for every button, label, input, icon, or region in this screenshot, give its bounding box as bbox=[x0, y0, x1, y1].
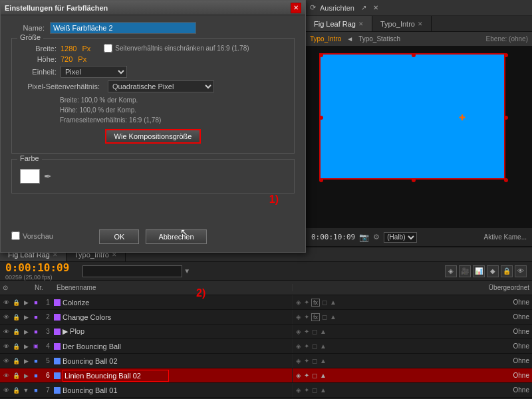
search-dropdown-icon[interactable]: ▼ bbox=[184, 267, 190, 275]
layer-left-4: 👁 🔒 ▶ ▣ 4 Der Bouncing Ball bbox=[0, 339, 293, 353]
star-icon[interactable]: ✦ bbox=[303, 372, 310, 379]
solo-icon[interactable]: ◈ bbox=[295, 328, 302, 335]
cancel-button[interactable]: Abbrechen bbox=[146, 229, 206, 244]
star-icon[interactable]: ✦ bbox=[303, 342, 310, 350]
motion-icon[interactable]: ◻ bbox=[311, 386, 318, 394]
eye-icon[interactable]: 👁 bbox=[1, 327, 11, 336]
adjust-icon[interactable]: ▲ bbox=[319, 342, 327, 350]
solo-icon[interactable]: ◈ bbox=[295, 372, 302, 379]
eye-icon[interactable]: 👁 bbox=[1, 386, 11, 395]
checkbox-seitenverhaeltnis[interactable]: Seitenverhältnis einschränken auf 16:9 (… bbox=[104, 44, 249, 53]
eye-icon[interactable]: 👁 bbox=[1, 313, 11, 322]
expand-icon[interactable]: ▶ bbox=[21, 342, 31, 351]
right-tab-typointro[interactable]: Typo_Intro ✕ bbox=[372, 16, 432, 31]
right-tab-typointro-close[interactable]: ✕ bbox=[418, 21, 423, 27]
star-icon[interactable]: ✦ bbox=[303, 328, 310, 335]
motion-icon[interactable]: ◻ bbox=[311, 342, 318, 350]
einheit-label: Einheit: bbox=[20, 68, 57, 76]
expand-icon[interactable]: ▶ bbox=[21, 371, 31, 380]
breite-px: Px bbox=[82, 45, 90, 53]
camera-icon[interactable]: 📷 bbox=[359, 233, 369, 242]
lock-icon[interactable]: 🔒 bbox=[11, 386, 21, 395]
motion-icon[interactable]: ◻ bbox=[311, 372, 318, 379]
seitenverhaeltnis-checkbox[interactable] bbox=[104, 44, 112, 53]
layer-left-2: 👁 🔒 ▶ ■ 2 Change Colors bbox=[0, 310, 293, 324]
adjust-icon[interactable]: ▲ bbox=[319, 372, 327, 379]
motion-icon[interactable]: ◻ bbox=[321, 313, 328, 321]
adjust-icon[interactable]: ▲ bbox=[319, 386, 327, 394]
fx-badge[interactable]: fx bbox=[311, 313, 320, 321]
sub-arrow-icon: ◄ bbox=[346, 35, 353, 43]
layer-right-icons: ◈ ✦ fx ◻ ▲ bbox=[295, 299, 337, 307]
motion-icon[interactable]: ◻ bbox=[311, 357, 318, 364]
eye-icon[interactable]: 👁 bbox=[1, 356, 11, 366]
solo-icon[interactable]: ◈ bbox=[295, 342, 302, 350]
einheit-select[interactable]: Pixel bbox=[61, 66, 127, 78]
adjust-icon[interactable]: ▲ bbox=[319, 357, 327, 364]
dialog-farbflaechen: Einstellungen für Farbflächen ✕ Name: Gr… bbox=[0, 0, 306, 253]
tl-icon-marker[interactable]: ◆ bbox=[487, 265, 499, 277]
solo-icon[interactable]: ◈ bbox=[295, 313, 302, 321]
star-icon[interactable]: ✦ bbox=[303, 357, 310, 364]
eyedropper-icon[interactable]: ✒ bbox=[44, 171, 52, 182]
solo-icon[interactable]: ◈ bbox=[295, 386, 302, 394]
motion-icon[interactable]: ◻ bbox=[311, 328, 318, 335]
lock-icon[interactable]: 🔒 bbox=[11, 327, 21, 336]
lock-icon[interactable]: 🔒 bbox=[11, 356, 21, 366]
hoehe-row: Höhe: 720 Px bbox=[20, 55, 286, 63]
solo-icon[interactable]: ◈ bbox=[295, 357, 302, 364]
star-icon[interactable]: ✦ bbox=[303, 299, 310, 306]
expand-icon[interactable]: ↗ bbox=[361, 4, 366, 11]
name-input[interactable] bbox=[50, 22, 196, 34]
tl-icon-solo[interactable]: ◈ bbox=[445, 265, 457, 277]
eye-icon[interactable]: 👁 bbox=[1, 298, 11, 307]
eye-icon[interactable]: 👁 bbox=[1, 342, 11, 351]
lock-icon[interactable]: 🔒 bbox=[11, 342, 21, 351]
fx-badge[interactable]: fx bbox=[311, 299, 320, 307]
layer-left-7: 👁 🔒 ▼ ■ 7 Bouncing Ball 01 bbox=[0, 383, 293, 397]
ok-button[interactable]: OK bbox=[99, 229, 139, 244]
layer-right-4: ◈ ✦ ◻ ▲ Ohne bbox=[293, 339, 532, 353]
expand-icon[interactable]: ▶ bbox=[21, 327, 31, 336]
settings-icon[interactable]: ⚙ bbox=[373, 233, 380, 241]
quality-select[interactable]: (Halb) bbox=[384, 232, 417, 243]
expand-icon[interactable]: ▶ bbox=[21, 356, 31, 366]
color-swatch[interactable] bbox=[20, 169, 40, 184]
eye-icon[interactable]: 👁 bbox=[1, 371, 11, 380]
table-row: 👁 🔒 ▶ ■ 2 Change Colors ◈ ✦ fx ◻ ▲ Ohne bbox=[0, 310, 532, 325]
tl-right-icons: ◈ 🎥 📊 ◆ 🔒 👁 bbox=[445, 265, 527, 277]
layer-right-icons: ◈ ✦ ◻ ▲ bbox=[295, 357, 327, 364]
star-icon[interactable]: ✦ bbox=[303, 313, 310, 321]
layer-name-input[interactable] bbox=[63, 370, 169, 382]
parent-label: Ohne bbox=[513, 386, 529, 394]
timecode-display[interactable]: 0:00:10:09 bbox=[5, 261, 69, 274]
adjust-icon[interactable]: ▲ bbox=[319, 328, 327, 335]
layer-color-dot bbox=[54, 329, 61, 335]
tl-icon-camera[interactable]: 🎥 bbox=[459, 265, 471, 277]
pixel-sv-select[interactable]: Quadratische Pixel bbox=[108, 80, 214, 92]
wie-kompositionsgroesse-button[interactable]: Wie Kompositionsgröße bbox=[105, 129, 201, 144]
name-row: Name: bbox=[11, 22, 295, 34]
lock-icon[interactable]: 🔒 bbox=[11, 313, 21, 322]
lock-icon[interactable]: 🔒 bbox=[11, 371, 21, 380]
tl-icon-eye[interactable]: 👁 bbox=[515, 265, 527, 277]
layer-left-3: 👁 🔒 ▶ ■ 3 ▶ Plop bbox=[0, 325, 293, 338]
solo-icon[interactable]: ◈ bbox=[295, 299, 302, 306]
expand-icon[interactable]: ▶ bbox=[21, 313, 31, 322]
tl-icon-lock[interactable]: 🔒 bbox=[501, 265, 513, 277]
timeline-search-input[interactable] bbox=[82, 265, 182, 277]
close-icon-right[interactable]: ✕ bbox=[373, 4, 378, 11]
motion-icon[interactable]: ◻ bbox=[321, 299, 328, 306]
tab-typointro-label: Typo_Intro bbox=[380, 20, 415, 28]
layer-num: 2 bbox=[42, 313, 54, 321]
expand-icon[interactable]: ▼ bbox=[21, 386, 31, 395]
right-tab-figleafrag[interactable]: Fig Leaf Rag ✕ bbox=[306, 16, 372, 31]
lock-icon[interactable]: 🔒 bbox=[11, 298, 21, 307]
star-icon[interactable]: ✦ bbox=[303, 386, 310, 394]
close-icon[interactable]: ✕ bbox=[291, 3, 301, 13]
tl-icon-graph[interactable]: 📊 bbox=[473, 265, 485, 277]
adjust-icon[interactable]: ▲ bbox=[329, 313, 337, 321]
right-tab-figleafrag-close[interactable]: ✕ bbox=[358, 21, 364, 27]
adjust-icon[interactable]: ▲ bbox=[329, 299, 337, 306]
expand-icon[interactable]: ▶ bbox=[21, 298, 31, 307]
